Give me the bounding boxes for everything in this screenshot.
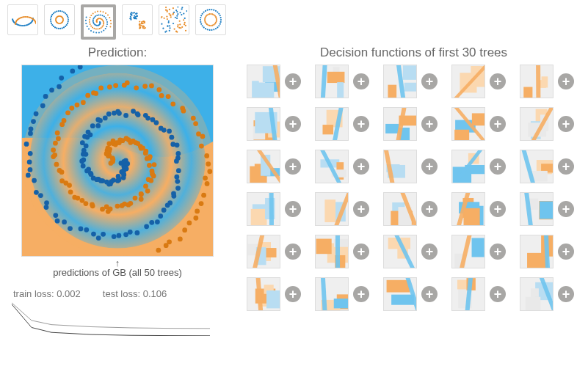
plus-icon: +	[490, 158, 506, 175]
dataset-moons[interactable]	[7, 4, 38, 35]
tree-thumb[interactable]	[247, 192, 280, 226]
tree-thumb[interactable]	[451, 277, 485, 311]
svg-point-136	[96, 15, 98, 16]
tree-thumb[interactable]	[315, 107, 349, 141]
svg-point-457	[117, 111, 122, 116]
svg-point-552	[193, 121, 198, 126]
svg-point-207	[141, 21, 142, 23]
svg-point-520	[93, 91, 98, 96]
svg-point-568	[205, 181, 210, 186]
tree-thumb[interactable]	[383, 235, 417, 268]
tree-thumb[interactable]	[315, 235, 349, 268]
tree-thumb[interactable]	[383, 107, 417, 141]
svg-point-519	[134, 230, 139, 235]
tree-thumb[interactable]	[451, 150, 485, 183]
svg-point-509	[161, 208, 167, 213]
tree-thumb[interactable]	[383, 192, 417, 226]
svg-point-547	[44, 205, 49, 210]
svg-point-443	[95, 123, 101, 128]
tree-item: +	[247, 192, 308, 226]
svg-point-289	[176, 18, 178, 19]
tree-thumb[interactable]	[247, 107, 280, 141]
svg-point-514	[81, 100, 86, 105]
svg-point-229	[141, 23, 142, 24]
svg-point-551	[38, 193, 43, 198]
svg-point-560	[204, 153, 209, 158]
tree-thumb[interactable]	[451, 65, 485, 98]
svg-rect-631	[454, 130, 469, 140]
tree-thumb[interactable]	[520, 65, 553, 98]
tree-item: +	[383, 235, 444, 268]
tree-thumb[interactable]	[383, 277, 417, 311]
svg-point-272	[169, 25, 170, 26]
tree-thumb[interactable]	[451, 107, 485, 141]
svg-point-288	[175, 30, 177, 32]
tree-thumb[interactable]	[315, 150, 349, 183]
svg-point-130	[93, 18, 95, 19]
svg-point-456	[115, 204, 120, 209]
dataset-blobs[interactable]	[122, 4, 153, 35]
plus-icon: +	[421, 73, 438, 89]
tree-thumb[interactable]	[315, 192, 349, 226]
plus-icon: +	[353, 244, 369, 260]
svg-point-523	[123, 232, 128, 237]
svg-point-331	[204, 21, 206, 23]
svg-point-70	[54, 12, 56, 13]
tree-thumb[interactable]	[520, 192, 553, 226]
svg-point-579	[49, 87, 54, 92]
prediction-canvas	[21, 65, 214, 257]
tree-thumb[interactable]	[247, 277, 280, 311]
plus-icon: +	[558, 116, 574, 132]
svg-point-304	[200, 21, 201, 23]
svg-point-262	[169, 9, 170, 10]
tree-thumb[interactable]	[315, 277, 349, 311]
svg-point-581	[57, 84, 62, 89]
svg-point-491	[174, 158, 179, 164]
svg-point-561	[27, 160, 32, 165]
svg-point-126	[92, 21, 94, 22]
tree-thumb[interactable]	[247, 150, 280, 183]
svg-point-160	[101, 31, 102, 32]
svg-point-164	[95, 32, 97, 34]
svg-point-529	[101, 232, 106, 237]
tree-thumb[interactable]	[451, 192, 485, 226]
svg-point-287	[167, 11, 168, 12]
svg-point-472	[79, 198, 84, 203]
dataset-xor[interactable]	[159, 4, 189, 35]
dataset-rings[interactable]	[195, 4, 226, 35]
tree-thumb[interactable]	[383, 150, 417, 183]
svg-point-582	[178, 237, 183, 242]
tree-thumb[interactable]	[520, 277, 553, 311]
tree-thumb[interactable]	[247, 235, 280, 268]
svg-point-567	[28, 131, 33, 136]
tree-thumb[interactable]	[315, 65, 349, 98]
svg-point-535	[84, 227, 89, 233]
svg-rect-701	[316, 239, 332, 255]
dataset-circles[interactable]	[44, 4, 75, 35]
svg-rect-688	[540, 201, 553, 219]
svg-point-53	[66, 24, 68, 26]
svg-point-465	[135, 111, 140, 117]
tree-thumb[interactable]	[247, 65, 280, 98]
svg-point-434	[148, 178, 153, 183]
tree-thumb[interactable]	[451, 235, 485, 268]
dataset-spirals[interactable]	[81, 4, 116, 40]
svg-point-153	[89, 19, 90, 21]
tree-thumb[interactable]	[520, 107, 553, 141]
svg-point-75	[63, 11, 65, 12]
tree-thumb[interactable]	[383, 65, 417, 98]
svg-point-158	[103, 30, 104, 32]
svg-point-459	[123, 113, 128, 118]
svg-point-261	[173, 28, 175, 29]
svg-point-573	[34, 111, 39, 117]
svg-point-460	[106, 209, 111, 214]
tree-thumb[interactable]	[520, 235, 553, 268]
tree-item: +	[383, 192, 444, 226]
svg-point-58	[58, 28, 59, 29]
svg-point-263	[169, 27, 170, 29]
svg-point-435	[82, 134, 87, 139]
svg-point-62	[51, 24, 53, 26]
tree-thumb[interactable]	[520, 150, 553, 183]
train-loss-label: train loss: 0.002	[13, 288, 81, 299]
svg-point-172	[87, 26, 88, 27]
